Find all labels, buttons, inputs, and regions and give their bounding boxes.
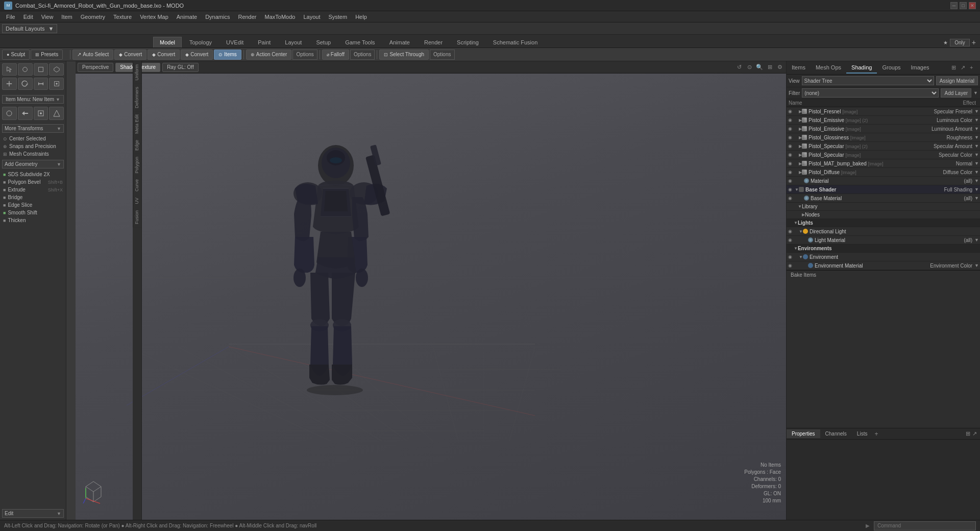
right-tab-items[interactable]: Items: [787, 62, 811, 74]
tab-render[interactable]: Render: [418, 37, 449, 47]
shader-row-pistol-emissive-1[interactable]: ▶ Pistol_Emissive [Image] (2) Luminous C…: [787, 116, 980, 125]
transform-btn-2[interactable]: [18, 107, 33, 120]
row-arrow-icon[interactable]: ▼: [974, 109, 980, 114]
expand-arrow-icon[interactable]: ▼: [799, 255, 803, 259]
right-tab-groups[interactable]: Groups: [877, 62, 905, 74]
vtab-edge[interactable]: Edge: [133, 137, 141, 154]
prop-tab-lists[interactable]: Lists: [852, 429, 873, 438]
presets-button[interactable]: ⊞ Presets: [31, 50, 63, 60]
vtab-uniform[interactable]: Uniform: [133, 61, 141, 84]
more-transforms-dropdown[interactable]: More Transforms ▼: [2, 124, 64, 133]
eye-icon[interactable]: [787, 236, 794, 244]
edit-dropdown[interactable]: Edit ▼: [2, 509, 64, 518]
shader-row-environment-material[interactable]: Environment Material Environment Color ▼: [787, 261, 980, 270]
eye-icon[interactable]: [787, 228, 794, 235]
shader-row-base-shader[interactable]: ▼ Base Shader Full Shading ▼: [787, 185, 980, 194]
menu-view[interactable]: View: [37, 13, 58, 21]
prop-tab-channels[interactable]: Channels: [820, 429, 852, 438]
shader-row-pistol-glossiness[interactable]: ▶ Pistol_Glossiness [Image] Roughness ▼: [787, 133, 980, 142]
tab-add-button[interactable]: +: [972, 38, 976, 46]
tool-select-poly[interactable]: [49, 63, 64, 76]
vp-icon-1[interactable]: ↺: [735, 63, 743, 71]
center-selected-item[interactable]: ⊙ Center Selected: [0, 135, 66, 142]
shader-row-lights-section[interactable]: ▼ Lights: [787, 219, 980, 227]
bake-items[interactable]: Bake Items: [787, 270, 980, 279]
item-menu-row[interactable]: Item Menu: New Item ▼: [2, 95, 64, 104]
add-geometry-dropdown[interactable]: Add Geometry ▼: [2, 160, 64, 168]
menu-system[interactable]: System: [324, 13, 351, 21]
row-arrow-icon[interactable]: ▼: [974, 237, 980, 243]
shader-row-material[interactable]: Material (all) ▼: [787, 177, 980, 185]
menu-texture[interactable]: Texture: [109, 13, 136, 21]
row-arrow-icon[interactable]: ▼: [974, 126, 980, 131]
action-center-button[interactable]: ⊕ Action Center: [246, 50, 292, 60]
tool-select-item[interactable]: [2, 63, 17, 76]
right-tab-images[interactable]: Images: [906, 62, 935, 74]
eye-icon[interactable]: [787, 116, 794, 124]
eye-icon[interactable]: [787, 186, 794, 193]
transform-btn-4[interactable]: [49, 107, 64, 120]
command-input[interactable]: [874, 521, 976, 530]
menu-file[interactable]: File: [2, 13, 19, 21]
menu-dynamics[interactable]: Dynamics: [201, 13, 234, 21]
edge-slice-item[interactable]: ■ Edge Slice: [0, 201, 66, 209]
menu-item[interactable]: Item: [57, 13, 76, 21]
convert3-button[interactable]: ◆ Convert: [181, 50, 213, 60]
row-arrow-icon[interactable]: ▼: [974, 187, 980, 192]
shader-row-pistol-specular-1[interactable]: ▶ Pistol_Specular [Image] (2) Specular A…: [787, 142, 980, 151]
viewport-3d[interactable]: No Items Polygons : Face Channels: 0 Def…: [76, 74, 786, 520]
expand-arrow-icon[interactable]: ▼: [798, 204, 802, 209]
maximize-button[interactable]: □: [960, 2, 967, 9]
menu-help[interactable]: Help: [351, 13, 371, 21]
tool-transform[interactable]: [49, 78, 64, 90]
right-tab-add-icon[interactable]: +: [970, 64, 977, 71]
tool-select-vertex[interactable]: [34, 63, 48, 76]
assign-material-button[interactable]: Assign Material: [936, 76, 978, 85]
menu-geometry[interactable]: Geometry: [77, 13, 109, 21]
menu-edit[interactable]: Edit: [19, 13, 37, 21]
thicken-item[interactable]: ■ Thicken: [0, 216, 66, 224]
vp-icon-4[interactable]: ⊞: [766, 63, 774, 71]
menu-render[interactable]: Render: [234, 13, 260, 21]
options2-button[interactable]: Options: [350, 50, 375, 60]
auto-select-button[interactable]: ↗ Auto Select: [72, 50, 113, 60]
shader-row-base-material[interactable]: Base Material (all) ▼: [787, 194, 980, 203]
eye-icon[interactable]: [787, 134, 794, 141]
row-arrow-icon[interactable]: ▼: [974, 135, 980, 140]
tab-star-icon[interactable]: ★: [943, 40, 948, 45]
vtab-uv[interactable]: UV: [133, 195, 141, 207]
items-button[interactable]: ⊙ Items: [214, 50, 241, 60]
eye-icon[interactable]: [787, 195, 794, 202]
eye-icon[interactable]: [787, 177, 794, 184]
sds-subdivide-item[interactable]: ■ SDS Subdivide 2X: [0, 171, 66, 178]
row-arrow-icon[interactable]: ▼: [974, 117, 980, 123]
expand-arrow-icon[interactable]: ▼: [799, 229, 803, 234]
tab-model[interactable]: Model: [153, 37, 182, 47]
layout-selector[interactable]: Default Layouts ▼: [2, 24, 57, 33]
tab-layout[interactable]: Layout: [278, 37, 308, 47]
vtab-meta-edit[interactable]: Meta Edit: [133, 111, 141, 137]
prop-tab-properties[interactable]: Properties: [787, 429, 820, 438]
bridge-item[interactable]: ■ Bridge: [0, 194, 66, 201]
right-tab-popout-icon[interactable]: ↗: [961, 64, 968, 71]
shader-row-pistol-specular-2[interactable]: ▶ Pistol_Specular [Image] Specular Color…: [787, 151, 980, 159]
tab-schematic-fusion[interactable]: Schematic Fusion: [486, 37, 544, 47]
vp-zoom-icon[interactable]: 🔍: [755, 63, 764, 71]
filter-select[interactable]: (none): [802, 88, 939, 98]
minimize-button[interactable]: ─: [950, 2, 958, 9]
eye-icon[interactable]: [787, 168, 794, 176]
tab-uvedit[interactable]: UVEdit: [219, 37, 250, 47]
vtab-deformers[interactable]: Deformers: [133, 84, 141, 111]
expand-arrow-icon[interactable]: ▼: [795, 187, 799, 192]
tab-only-button[interactable]: Only: [950, 39, 970, 46]
menu-layout[interactable]: Layout: [299, 13, 324, 21]
transform-btn-3[interactable]: [34, 107, 48, 120]
tool-select-edge[interactable]: [18, 63, 33, 76]
shader-row-mat-bump[interactable]: ▶ Pistol_MAT_bump_baked [Image] Normal ▼: [787, 159, 980, 168]
vtab-fusion[interactable]: Fusion: [133, 207, 141, 227]
shader-row-directional-light[interactable]: ▼ Directional Light: [787, 227, 980, 236]
menu-vertex-map[interactable]: Vertex Map: [136, 13, 173, 21]
select-through-button[interactable]: ⊡ Select Through: [379, 50, 429, 60]
options1-button[interactable]: Options: [292, 50, 317, 60]
expand-arrow-icon[interactable]: ▼: [794, 221, 798, 225]
